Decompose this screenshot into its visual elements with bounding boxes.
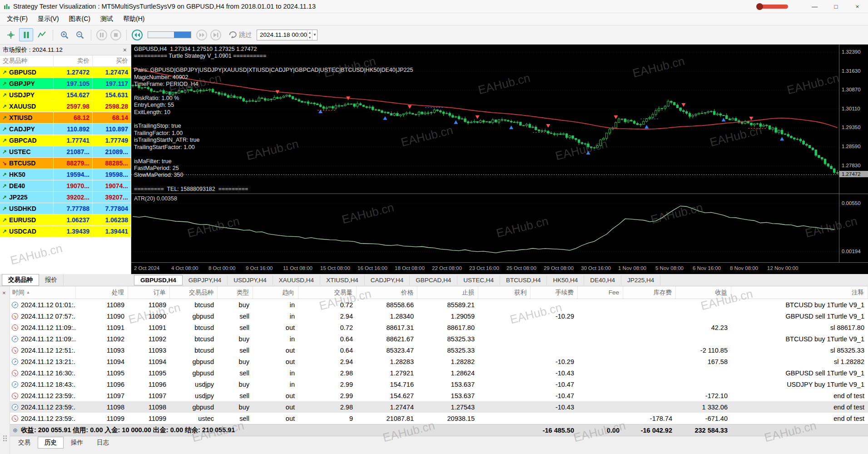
chart-symbol-tab[interactable]: JP225,H4: [621, 275, 660, 285]
chart-symbol-tab[interactable]: GBPCAD,H4: [410, 275, 457, 285]
history-column-header[interactable]: 交易品种: [170, 286, 218, 299]
stop-button[interactable]: [109, 29, 122, 41]
history-row[interactable]: ↗2024.11.12 11:09:...1109211092btcusdbuy…: [10, 333, 868, 344]
toolbox-tab[interactable]: 历史: [38, 437, 64, 449]
market-watch-row[interactable]: ↗GBPCAD1.777411.77749: [0, 135, 131, 146]
date-spinner[interactable]: ▲▼: [307, 30, 312, 40]
history-column-header[interactable]: 获利: [478, 286, 531, 299]
history-column-header[interactable]: Fee: [578, 286, 623, 299]
menu-item[interactable]: 测试: [95, 13, 118, 25]
spin-up-icon[interactable]: ▲: [308, 30, 312, 35]
market-watch-row[interactable]: ↗GBPUSD1.274721.27474: [0, 67, 131, 78]
zoom-out-button[interactable]: [73, 28, 87, 41]
progress-slider[interactable]: [758, 5, 788, 9]
history-row[interactable]: ↗2024.11.12 01:01:...1108911089btcusdbuy…: [10, 299, 868, 310]
zoom-in-button[interactable]: [57, 28, 71, 41]
market-watch-row[interactable]: ↗EURUSD1.062371.06238: [0, 215, 131, 226]
history-column-header[interactable]: 注释: [731, 286, 868, 299]
chart-symbol-tab[interactable]: CADJPY,H4: [365, 275, 410, 285]
menu-item[interactable]: 图表(C): [64, 13, 95, 25]
toolbox-tab[interactable]: 交易: [12, 437, 37, 448]
market-watch-row[interactable]: ↗XTIUSD68.1268.14: [0, 112, 131, 124]
history-column-header[interactable]: 收益: [676, 286, 731, 299]
toolbox-grip[interactable]: [3, 435, 7, 441]
price-scale-label: 1.28590: [842, 144, 861, 149]
column-sell[interactable]: 卖价: [54, 55, 93, 66]
market-watch-row[interactable]: ↗USDJPY154.627154.631: [0, 90, 131, 101]
skip-date-input[interactable]: 2024.11.18 00:00 ▲▼ ▼: [257, 30, 317, 40]
skip-label[interactable]: 跳过: [239, 31, 252, 39]
market-watch-row[interactable]: ↗XAUUSD2597.982598.28: [0, 101, 131, 112]
market-watch-row[interactable]: ↘BTCUSD88279...88285...: [0, 158, 131, 169]
crosshair-button[interactable]: [4, 28, 18, 41]
history-column-header[interactable]: 止损: [417, 286, 478, 299]
history-row[interactable]: ↘2024.11.12 12:51:...1109311093btcusdsel…: [10, 344, 868, 356]
history-column-header[interactable]: 价格: [357, 286, 417, 299]
close-button[interactable]: ×: [847, 0, 868, 13]
toolbox-tab[interactable]: 操作: [64, 437, 89, 448]
price-scale-label: 1.27830: [842, 163, 861, 168]
market-watch-row[interactable]: ↗USDHKD7.777887.77804: [0, 203, 131, 215]
history-row[interactable]: ↘2024.11.12 11:09:...1109111091btcusdsel…: [10, 322, 868, 333]
speed-slider-handle[interactable]: [174, 32, 191, 38]
speed-up-button[interactable]: [195, 29, 208, 41]
history-column-header[interactable]: 趋向: [253, 286, 298, 299]
market-watch-tab[interactable]: 报价: [39, 274, 64, 285]
history-column-header[interactable]: 库存费: [623, 286, 676, 299]
column-symbol[interactable]: 交易品种: [0, 55, 54, 66]
progress-slider-knob[interactable]: [756, 3, 763, 10]
history-row[interactable]: ↗2024.11.12 13:21:...1109411094gbpusdbuy…: [10, 356, 868, 367]
history-row[interactable]: ↘2024.11.12 23:59:...1109911099ustecsell…: [10, 413, 868, 424]
market-watch-row[interactable]: ↗USTEC21087...21089...: [0, 146, 131, 158]
chart-symbol-tab[interactable]: GBPUSD,H4: [134, 275, 183, 285]
pause-visualization-button[interactable]: [19, 28, 33, 41]
history-column-header[interactable]: 交易量: [298, 286, 357, 299]
chart-area[interactable]: GBPUSD,H4 1.27334 1.27510 1.27325 1.2747…: [131, 45, 868, 274]
line-chart-button[interactable]: [35, 28, 49, 41]
chart-symbol-tab[interactable]: USDJPY,H4: [228, 275, 273, 285]
market-watch-row[interactable]: ↗USDCAD1.394391.39441: [0, 226, 131, 237]
market-watch-tab[interactable]: 交易品种: [2, 274, 39, 286]
skip-date-value[interactable]: 2024.11.18 00:00: [257, 31, 307, 38]
toolbox-close-button[interactable]: ×: [2, 289, 6, 296]
spin-down-icon[interactable]: ▼: [308, 35, 312, 40]
time-axis[interactable]: 2 Oct 20244 Oct 08:008 Oct 00:009 Oct 16…: [131, 262, 868, 274]
minimize-button[interactable]: —: [804, 0, 825, 13]
market-watch-close-icon[interactable]: ×: [122, 46, 128, 54]
market-watch-row[interactable]: ↗GBPJPY197.105197.117: [0, 78, 131, 90]
price-scale[interactable]: 1.323901.316301.308701.301101.293501.285…: [839, 45, 868, 262]
toolbox-tab[interactable]: 日志: [90, 437, 115, 448]
chart-symbol-tab[interactable]: DE40,H4: [584, 275, 621, 285]
history-row[interactable]: ↗2024.11.12 18:43:...1109611096usdjpybuy…: [10, 379, 868, 390]
market-watch-row[interactable]: ↗CADJPY110.892110.897: [0, 124, 131, 135]
chart-symbol-tab[interactable]: XAUUSD,H4: [273, 275, 320, 285]
market-watch-row[interactable]: ↗DE4019070...19074...: [0, 180, 131, 192]
market-watch-row[interactable]: ↗HK5019594...19598...: [0, 169, 131, 180]
history-row[interactable]: ↗2024.11.12 23:59:...1109811098gbpusdbuy…: [10, 401, 868, 413]
chart-symbol-tab[interactable]: HK50,H4: [547, 275, 584, 285]
history-row[interactable]: ↘2024.11.12 16:30:...1109511095gbpusdsel…: [10, 367, 868, 379]
skip-to-end-button[interactable]: [209, 29, 222, 41]
menu-item[interactable]: 帮助(H): [118, 13, 149, 25]
menu-item[interactable]: 文件(F): [2, 13, 33, 25]
history-column-header[interactable]: 类型: [218, 286, 253, 299]
history-column-header[interactable]: 手续费: [531, 286, 578, 299]
history-column-header[interactable]: 处理: [76, 286, 128, 299]
chart-symbol-tab[interactable]: USTEC,H4: [457, 275, 500, 285]
chart-symbol-tab[interactable]: GBPJPY,H4: [183, 275, 228, 285]
speed-slider[interactable]: [148, 31, 191, 38]
chart-symbol-tab[interactable]: BTCUSD,H4: [500, 275, 547, 285]
maximize-button[interactable]: □: [825, 0, 847, 13]
pause-button[interactable]: [95, 29, 108, 41]
date-dropdown-icon[interactable]: ▼: [312, 30, 317, 40]
chart-symbol-tab[interactable]: XTIUSD,H4: [320, 275, 365, 285]
market-watch-row[interactable]: ↗JP22539202...39207...: [0, 192, 131, 203]
history-column-header[interactable]: 订单: [128, 286, 170, 299]
slow-down-button[interactable]: [131, 29, 144, 41]
history-row[interactable]: ↘2024.11.12 23:59:...1109711097usdjpysel…: [10, 390, 868, 401]
column-buy[interactable]: 买价: [93, 55, 131, 66]
menu-item[interactable]: 显示(V): [33, 13, 64, 25]
history-row[interactable]: ↘2024.11.12 07:57:...1109011090gbpusdsel…: [10, 310, 868, 322]
deal-income: -172.10: [676, 392, 731, 399]
history-column-header[interactable]: 时间▲: [10, 286, 76, 299]
